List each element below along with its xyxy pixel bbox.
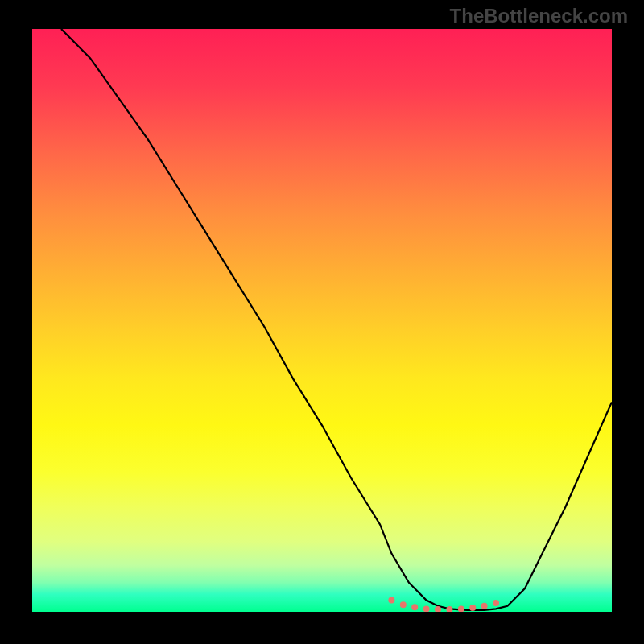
- optimal-dot: [493, 600, 499, 606]
- optimal-dot: [411, 604, 418, 610]
- optimal-dot: [458, 605, 464, 612]
- optimal-dot: [388, 597, 394, 604]
- optimal-dot: [481, 603, 488, 609]
- optimal-dot: [400, 601, 407, 608]
- optimal-dot: [423, 605, 430, 612]
- optimal-dot: [446, 606, 452, 612]
- chart-plot-area: [32, 29, 612, 612]
- optimal-dot: [469, 605, 476, 611]
- attribution-text: TheBottleneck.com: [450, 5, 628, 27]
- bottleneck-curve: [61, 29, 612, 610]
- chart-svg: [32, 29, 612, 612]
